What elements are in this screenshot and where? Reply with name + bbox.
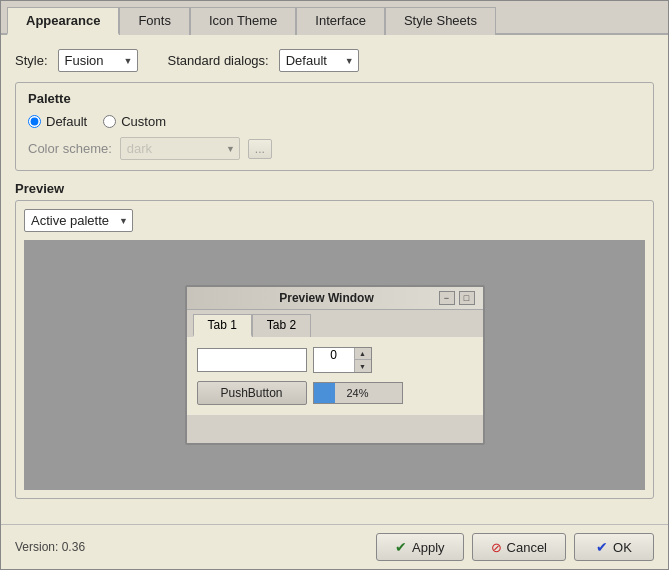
preview-window-title: Preview Window bbox=[215, 291, 439, 305]
pw-input-row: 0 ▲ ▼ bbox=[197, 347, 473, 373]
tab-fonts[interactable]: Fonts bbox=[119, 7, 190, 35]
tab-icon-theme[interactable]: Icon Theme bbox=[190, 7, 296, 35]
active-palette-select[interactable]: Active palette bbox=[24, 209, 133, 232]
preview-header-row: Active palette bbox=[24, 209, 645, 232]
version-label: Version: 0.36 bbox=[15, 540, 85, 554]
style-combo-wrapper[interactable]: Fusion bbox=[58, 49, 138, 72]
color-scheme-label: Color scheme: bbox=[28, 141, 112, 156]
palette-custom-label: Custom bbox=[121, 114, 166, 129]
window-minimize-btn[interactable]: − bbox=[439, 291, 455, 305]
preview-window-titlebar: Preview Window − □ bbox=[187, 287, 483, 310]
tab-style-sheets[interactable]: Style Sheets bbox=[385, 7, 496, 35]
palette-default-radio[interactable] bbox=[28, 115, 41, 128]
palette-default-label: Default bbox=[46, 114, 87, 129]
pw-bottom-row: PushButton 24% bbox=[197, 381, 473, 405]
apply-icon: ✔ bbox=[395, 539, 407, 555]
ok-label: OK bbox=[613, 540, 632, 555]
cancel-button[interactable]: ⊘ Cancel bbox=[472, 533, 566, 561]
tab-appearance[interactable]: Appearance bbox=[7, 7, 119, 35]
preview-window: Preview Window − □ Tab 1 Tab 2 bbox=[185, 285, 485, 445]
palette-default-item: Default bbox=[28, 114, 87, 129]
standard-dialogs-label: Standard dialogs: bbox=[168, 53, 269, 68]
apply-button[interactable]: ✔ Apply bbox=[376, 533, 464, 561]
preview-section: Preview Active palette Preview bbox=[15, 181, 654, 499]
preview-area: Preview Window − □ Tab 1 Tab 2 bbox=[24, 240, 645, 490]
standard-dialogs-wrapper[interactable]: Default bbox=[279, 49, 359, 72]
palette-custom-radio[interactable] bbox=[103, 115, 116, 128]
pw-spinbox: 0 ▲ ▼ bbox=[313, 347, 372, 373]
window-ctrl-btns: − □ bbox=[439, 291, 475, 305]
footer-buttons: ✔ Apply ⊘ Cancel ✔ OK bbox=[376, 533, 654, 561]
cancel-icon: ⊘ bbox=[491, 540, 502, 555]
pw-tab-2[interactable]: Tab 2 bbox=[252, 314, 311, 337]
preview-window-tabs: Tab 1 Tab 2 bbox=[187, 310, 483, 337]
pw-text-input[interactable] bbox=[197, 348, 307, 372]
browse-button[interactable]: ... bbox=[248, 139, 272, 159]
footer: Version: 0.36 ✔ Apply ⊘ Cancel ✔ OK bbox=[1, 524, 668, 569]
color-scheme-wrapper: dark bbox=[120, 137, 240, 160]
tab-interface[interactable]: Interface bbox=[296, 7, 385, 35]
style-row: Style: Fusion Standard dialogs: Default bbox=[15, 49, 654, 72]
preview-title: Preview bbox=[15, 181, 654, 196]
main-window: Appearance Fonts Icon Theme Interface St… bbox=[0, 0, 669, 570]
pw-progressbar: 24% bbox=[313, 382, 403, 404]
cancel-label: Cancel bbox=[507, 540, 547, 555]
palette-section: Palette Default Custom Color scheme: dar… bbox=[15, 82, 654, 171]
main-content: Style: Fusion Standard dialogs: Default … bbox=[1, 35, 668, 524]
pw-spinbox-value[interactable]: 0 bbox=[314, 348, 354, 372]
style-label: Style: bbox=[15, 53, 48, 68]
pw-spinbox-arrows: ▲ ▼ bbox=[354, 348, 371, 372]
palette-title: Palette bbox=[28, 91, 641, 106]
pw-push-button[interactable]: PushButton bbox=[197, 381, 307, 405]
palette-radio-row: Default Custom bbox=[28, 114, 641, 129]
palette-custom-item: Custom bbox=[103, 114, 166, 129]
window-maximize-btn[interactable]: □ bbox=[459, 291, 475, 305]
apply-label: Apply bbox=[412, 540, 445, 555]
active-palette-wrapper[interactable]: Active palette bbox=[24, 209, 133, 232]
standard-dialogs-select[interactable]: Default bbox=[279, 49, 359, 72]
color-scheme-select: dark bbox=[120, 137, 240, 160]
pw-spin-up[interactable]: ▲ bbox=[355, 348, 371, 360]
ok-icon: ✔ bbox=[596, 539, 608, 555]
tab-bar: Appearance Fonts Icon Theme Interface St… bbox=[1, 1, 668, 35]
style-select[interactable]: Fusion bbox=[58, 49, 138, 72]
preview-box: Active palette Preview Window − □ bbox=[15, 200, 654, 499]
pw-tab-1[interactable]: Tab 1 bbox=[193, 314, 252, 337]
ok-button[interactable]: ✔ OK bbox=[574, 533, 654, 561]
preview-window-body: 0 ▲ ▼ PushButton bbox=[187, 337, 483, 415]
color-scheme-row: Color scheme: dark ... bbox=[28, 137, 641, 160]
pw-progress-text: 24% bbox=[314, 387, 402, 399]
pw-spin-down[interactable]: ▼ bbox=[355, 360, 371, 372]
